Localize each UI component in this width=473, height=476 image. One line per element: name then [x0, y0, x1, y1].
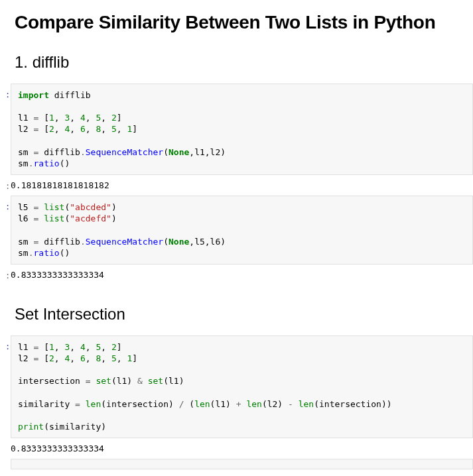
args: (l2) — [262, 399, 288, 409]
paren: ( — [163, 147, 169, 157]
code-cell-1: : import difflib l1 = [1, 3, 4, 5, 2] l2… — [15, 84, 473, 175]
input-prompt: : — [5, 342, 10, 351]
comma: , — [54, 353, 65, 363]
comma: , — [70, 353, 80, 363]
args: ,l5,l6) — [189, 237, 226, 247]
builtin-print: print — [18, 422, 44, 432]
mod: difflib — [38, 237, 80, 247]
class-name: SequenceMatcher — [86, 147, 163, 157]
var: sm — [18, 237, 33, 247]
var: l5 — [18, 202, 33, 212]
output-text: 0.8333333333333334 — [11, 265, 473, 285]
num: 6 — [80, 124, 86, 134]
args: (intersection)) — [314, 399, 391, 409]
args: (similarity) — [44, 422, 106, 432]
sp — [38, 213, 44, 223]
args: ,l1,l2) — [189, 147, 226, 157]
builtin-len: len — [246, 399, 261, 409]
dot: . — [80, 237, 86, 247]
bracket: [ — [38, 353, 49, 363]
comma: , — [117, 124, 127, 134]
bracket: [ — [38, 124, 49, 134]
comma: , — [54, 124, 65, 134]
comma: , — [101, 353, 111, 363]
input-prompt: : — [5, 202, 10, 211]
num: 4 — [80, 113, 86, 123]
var: sm — [18, 147, 33, 157]
comma: , — [117, 353, 127, 363]
sp — [80, 399, 86, 409]
op-minus: - — [288, 399, 293, 409]
code-cell-3: : l1 = [1, 3, 4, 5, 2] l2 = [2, 4, 6, 8,… — [15, 335, 473, 438]
section-heading-difflib: 1. difflib — [15, 53, 473, 72]
comma: , — [54, 342, 65, 352]
builtin-list: list — [44, 213, 64, 223]
num: 2 — [111, 342, 117, 352]
paren: ( — [184, 399, 194, 409]
section-heading-set-intersection: Set Intersection — [15, 305, 473, 324]
comma: , — [86, 113, 96, 123]
args: (l1) — [210, 399, 236, 409]
num: 1 — [49, 342, 54, 352]
string: "acdefd" — [70, 213, 111, 223]
call: () — [60, 158, 70, 168]
args: (l1) — [163, 376, 184, 386]
input-prompt: : — [5, 90, 10, 99]
string: "abcded" — [70, 202, 111, 212]
builtin-set: set — [148, 376, 163, 386]
comma: , — [70, 113, 80, 123]
bracket: [ — [38, 342, 49, 352]
keyword-import: import — [18, 90, 49, 100]
op-eq: = — [75, 399, 80, 409]
args: (l1) — [111, 376, 137, 386]
args: (intersection) — [101, 399, 178, 409]
var: l2 — [18, 124, 33, 134]
paren: ) — [111, 202, 117, 212]
sp — [293, 399, 299, 409]
dot: . — [80, 147, 86, 157]
var: intersection — [18, 376, 86, 386]
mod: difflib — [38, 147, 80, 157]
builtin-len: len — [194, 399, 210, 409]
num: 5 — [111, 353, 117, 363]
sp — [143, 376, 148, 386]
bracket: ] — [132, 353, 137, 363]
num: 1 — [49, 113, 54, 123]
comma: , — [54, 113, 65, 123]
paren: ) — [111, 213, 117, 223]
output-text: 0.8333333333333334 — [11, 438, 473, 459]
output-cell-1: : 0.18181818181818182 — [15, 175, 473, 196]
const-none: None — [169, 237, 189, 247]
builtin-set: set — [96, 376, 111, 386]
num: 4 — [80, 342, 86, 352]
op-plus: + — [236, 399, 241, 409]
const-none: None — [169, 147, 189, 157]
var: sm — [18, 158, 29, 168]
bracket: ] — [117, 113, 122, 123]
num: 2 — [49, 124, 54, 134]
output-cell-2: : 0.8333333333333334 — [15, 265, 473, 285]
var: l6 — [18, 213, 33, 223]
code-cell-4-partial — [15, 459, 473, 469]
num: 5 — [111, 124, 117, 134]
comma: , — [86, 342, 96, 352]
call: () — [60, 248, 70, 258]
builtin-len: len — [299, 399, 314, 409]
num: 2 — [49, 353, 54, 363]
comma: , — [101, 113, 111, 123]
comma: , — [86, 124, 96, 134]
output-cell-3: 0.8333333333333334 — [15, 438, 473, 459]
code-block-empty — [11, 459, 473, 469]
var: similarity — [18, 399, 75, 409]
output-prompt: : — [5, 271, 10, 280]
var: sm — [18, 248, 29, 258]
code-block: import difflib l1 = [1, 3, 4, 5, 2] l2 =… — [11, 84, 473, 175]
code-block: l5 = list("abcded") l6 = list("acdefd") … — [11, 196, 473, 265]
output-prompt: : — [5, 182, 10, 191]
var: l1 — [18, 113, 33, 123]
method: ratio — [33, 248, 59, 258]
builtin-len: len — [86, 399, 101, 409]
code-block: l1 = [1, 3, 4, 5, 2] l2 = [2, 4, 6, 8, 5… — [11, 335, 473, 438]
output-text: 0.18181818181818182 — [11, 175, 473, 196]
class-name: SequenceMatcher — [86, 237, 163, 247]
